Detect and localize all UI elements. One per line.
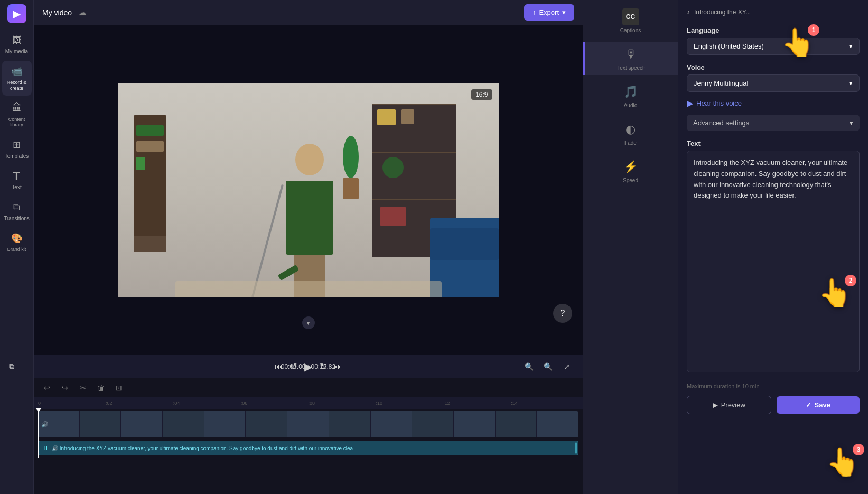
thumb-segment-6 <box>287 411 329 437</box>
thumb-segment-12 <box>537 411 578 437</box>
text-label: Text <box>687 139 860 147</box>
fullscreen-button[interactable]: ⤢ <box>559 359 574 374</box>
sidebar-item-my-media[interactable]: 🖼 My media <box>2 30 32 59</box>
templates-icon: ⊞ <box>11 138 23 151</box>
play-circle-icon: ▶ <box>687 98 693 108</box>
thumb-segment-11 <box>496 411 537 437</box>
thumb-segment-8 <box>371 411 413 437</box>
tts-file-name: Introducing the XY... <box>694 8 751 16</box>
ruler-mark-6: :12 <box>443 400 511 406</box>
split-button[interactable]: ⊡ <box>112 381 126 395</box>
audio-track-label: 🔊 Introducing the XYZ vacuum cleaner, yo… <box>52 445 353 451</box>
tts-file-row: ♪ Introducing the XY... <box>687 8 860 16</box>
help-button[interactable]: ? <box>553 304 572 323</box>
tool-captions[interactable]: CC Captions <box>583 4 678 38</box>
tool-fade[interactable]: ◐ Fade <box>583 117 678 150</box>
sidebar-item-brand-kit[interactable]: 🎨 Brand kit <box>2 228 32 256</box>
video-title: My video <box>42 8 72 17</box>
language-label: Language <box>687 26 860 34</box>
playhead-triangle <box>35 408 42 412</box>
sidebar-item-text[interactable]: T Text <box>2 165 32 194</box>
language-dropdown[interactable]: English (United States) ▾ <box>687 38 860 55</box>
speed-icon: ⚡ <box>622 159 639 175</box>
voice-value: Jenny Multilingual <box>694 79 748 87</box>
text-content-area[interactable] <box>687 151 860 372</box>
save-button[interactable]: ✓ Save <box>777 396 860 414</box>
music-note-icon: ♪ <box>687 8 690 16</box>
ruler-mark-0: 0 <box>38 400 106 406</box>
max-duration-note: Maximum duration is 10 min <box>687 383 860 389</box>
video-container: 16:9 ? ▼ <box>34 25 583 355</box>
captions-label: Captions <box>620 27 641 33</box>
sidebar-item-label: Brand kit <box>7 247 26 252</box>
tts-panel: ♪ Introducing the XY... Language English… <box>678 0 868 494</box>
thumb-segment-10 <box>454 411 496 437</box>
right-tools-panel: CC Captions 🎙 Text speech 🎵 Audio ◐ Fade… <box>583 0 678 494</box>
hear-voice-row[interactable]: ▶ Hear this voice <box>687 98 860 108</box>
zoom-in-button[interactable]: 🔍 <box>540 359 555 374</box>
cloud-icon: ☁ <box>78 7 87 17</box>
ruler-marks: 0 :02 :04 :06 :08 :10 :12 :14 <box>38 400 578 406</box>
playback-row: ⏮ ↺ ▶ ↻ ⏭ 00:00.00 / 00:15.82 🔍 🔍 ⤢ <box>34 359 583 374</box>
sidebar-item-label: Templates <box>5 153 29 159</box>
playhead <box>38 409 39 458</box>
sidebar-item-transitions[interactable]: ⧉ Transitions <box>2 197 32 226</box>
ruler-mark-7: :14 <box>511 400 578 406</box>
left-sidebar: ▶ 🖼 My media 📹 Record & create 🏛 Content… <box>0 0 34 494</box>
thumb-segment-4 <box>204 411 246 437</box>
zoom-controls: 🔍 🔍 ⤢ <box>521 359 574 374</box>
advanced-chevron: ▾ <box>850 119 853 127</box>
sidebar-item-record-create[interactable]: 📹 Record & create <box>2 61 32 96</box>
thumb-segment-3 <box>163 411 204 437</box>
transcript-btn[interactable]: ⧉ <box>4 359 19 374</box>
preview-button[interactable]: ▶ Preview <box>687 396 771 414</box>
audio-end-marker <box>575 443 577 454</box>
collapse-bottom-arrow[interactable]: ▼ <box>302 316 315 329</box>
brand-kit-icon: 🎨 <box>11 232 23 245</box>
voice-section: Voice Jenny Multilingual ▾ <box>687 61 860 92</box>
zoom-out-button[interactable]: 🔍 <box>521 359 536 374</box>
action-row: ▶ Preview ✓ Save <box>687 396 860 414</box>
sidebar-item-content-library[interactable]: 🏛 Content library <box>2 98 32 133</box>
video-track[interactable]: 🔊 <box>38 411 578 437</box>
speed-label: Speed <box>623 178 638 183</box>
voice-dropdown[interactable]: Jenny Multilingual ▾ <box>687 74 860 92</box>
advanced-settings-label: Advanced settings <box>693 119 749 127</box>
tool-audio[interactable]: 🎵 Audio <box>583 79 678 113</box>
fade-icon: ◐ <box>622 121 639 138</box>
text-speech-icon: 🎙 <box>623 46 640 63</box>
delete-button[interactable]: 🗑 <box>94 381 108 395</box>
ruler-mark-5: :10 <box>376 400 443 406</box>
tool-text-speech[interactable]: 🎙 Text speech <box>583 42 678 75</box>
fade-label: Fade <box>624 140 637 146</box>
cut-button[interactable]: ✂ <box>76 381 90 395</box>
sidebar-item-templates[interactable]: ⊞ Templates <box>2 134 32 163</box>
ruler-mark-4: :08 <box>309 400 376 406</box>
thumb-segment-1 <box>80 411 122 437</box>
redo-button[interactable]: ↪ <box>58 381 72 395</box>
text-section: Text <box>687 137 860 375</box>
text-icon: T <box>11 170 23 182</box>
sidebar-item-label: Transitions <box>4 216 30 221</box>
thumb-segment-9 <box>412 411 454 437</box>
undo-button[interactable]: ↩ <box>40 381 54 395</box>
sidebar-item-label: Content library <box>4 117 30 128</box>
hear-voice-label: Hear this voice <box>696 99 742 107</box>
aspect-ratio-badge: 16:9 <box>471 89 492 100</box>
transitions-icon: ⧉ <box>11 201 23 213</box>
time-display: 00:00.00 / 00:15.82 <box>274 363 343 370</box>
preview-play-icon: ▶ <box>713 401 718 409</box>
advanced-settings-row[interactable]: Advanced settings ▾ <box>687 115 860 131</box>
main-area: My video ☁ ↑ Export ▾ <box>34 0 583 494</box>
content-library-icon: 🏛 <box>11 102 23 115</box>
track-thumbnails: 🔊 <box>38 411 578 437</box>
voice-label: Voice <box>687 63 860 71</box>
thumb-segment-2 <box>121 411 163 437</box>
tool-speed[interactable]: ⚡ Speed <box>583 154 678 188</box>
video-scene <box>118 83 499 297</box>
export-button[interactable]: ↑ Export ▾ <box>524 4 574 21</box>
audio-track[interactable]: ⏸ 🔊 Introducing the XYZ vacuum cleaner, … <box>38 441 578 455</box>
text-speech-label: Text speech <box>617 65 645 71</box>
audio-label: Audio <box>624 102 638 108</box>
my-media-icon: 🖼 <box>11 34 23 46</box>
